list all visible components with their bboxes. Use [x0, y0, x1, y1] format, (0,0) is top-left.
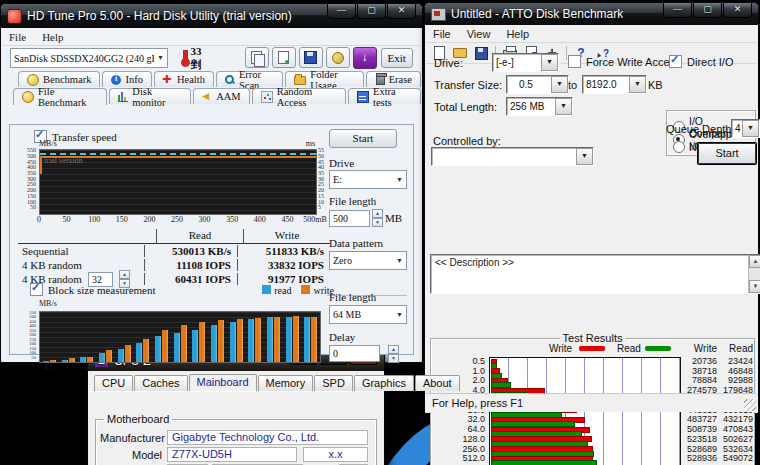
bar-group-64 — [171, 312, 190, 362]
bar-write-64 — [181, 325, 187, 363]
maximize-icon[interactable]: ▢ — [693, 3, 722, 18]
menu-help[interactable]: Help — [42, 31, 63, 43]
tab-spd[interactable]: SPD — [314, 375, 353, 391]
x-label-16: 16 — [132, 363, 151, 370]
bar-group-8192 — [301, 312, 320, 362]
write-value-0.5: 20736 — [679, 356, 717, 366]
col-read-header: Read — [156, 229, 243, 243]
bar-group-128 — [189, 312, 208, 362]
tab-benchmark[interactable]: Benchmark — [18, 71, 100, 87]
description-scrollbar[interactable]: ▲ ▼ — [748, 255, 760, 293]
atto-statusbar: For Help, press F1 — [426, 393, 757, 412]
start-button[interactable]: Start — [329, 129, 397, 148]
tab-mainboard[interactable]: Mainboard — [189, 374, 257, 391]
write-value-64.0: 508739 — [679, 424, 717, 434]
options-button[interactable] — [326, 47, 350, 68]
bar-write-2048 — [274, 317, 280, 362]
kb-label: KB — [648, 79, 663, 91]
tab-aam[interactable]: AAM — [193, 88, 250, 104]
menu-help[interactable]: Help — [506, 28, 529, 40]
y2-axis-unit: ms — [306, 139, 315, 148]
options-icon — [332, 52, 344, 64]
tab-extra-tests[interactable]: Extra tests — [348, 88, 421, 104]
start-button[interactable]: Start — [698, 143, 756, 164]
close-icon[interactable]: ✕ — [387, 4, 416, 19]
block-file-length-dropdown[interactable]: 64 MB ▼ — [329, 305, 407, 324]
bar-group-2 — [77, 312, 96, 362]
drive-label: Drive — [329, 157, 354, 169]
tab-about[interactable]: About — [415, 375, 460, 391]
transfer-from-dropdown[interactable]: 0.5 ▼ — [506, 75, 569, 94]
tab-disk-monitor[interactable]: Disk monitor — [109, 88, 191, 104]
drive-dropdown[interactable]: E: ▼ — [329, 170, 407, 189]
close-icon[interactable]: ✕ — [723, 3, 752, 18]
update-button[interactable]: ↓ — [353, 47, 377, 69]
info-icon — [111, 75, 121, 85]
save-button[interactable] — [472, 45, 490, 61]
read-value: 11108 IOPS — [144, 259, 237, 271]
scroll-down-icon[interactable]: ▼ — [749, 280, 760, 293]
delay-spinner[interactable]: ▲▼ — [388, 345, 399, 363]
drive-dropdown[interactable]: [-e-] ▼ — [492, 53, 559, 72]
block-size-checkbox[interactable] — [30, 283, 43, 296]
atto-window: Untitled - ATTO Disk Benchmark — ▢ ✕ Fil… — [424, 2, 759, 414]
resize-grip[interactable] — [744, 399, 756, 411]
drive-select[interactable]: SanDisk SDSSDX240GG2 (240 gB) ▼ — [10, 48, 168, 68]
spin-up-icon[interactable]: ▲ — [119, 270, 130, 279]
hdtune-titlebar[interactable]: HD Tune Pro 5.00 - Hard Disk Utility (tr… — [1, 4, 422, 28]
minimize-icon[interactable]: — — [327, 4, 356, 19]
bar-write-256 — [218, 320, 224, 362]
copy-screenshot-button[interactable] — [272, 47, 296, 68]
controlled-by-dropdown[interactable]: ▼ — [431, 147, 594, 166]
transfer-size-label: Transfer Size: — [434, 79, 502, 91]
menu-view[interactable]: View — [467, 28, 491, 40]
x-label-2: 2 — [76, 363, 95, 370]
scroll-up-icon[interactable]: ▲ — [749, 255, 760, 268]
bar-read-32 — [155, 336, 161, 362]
total-length-dropdown[interactable]: 256 MB ▼ — [506, 97, 573, 116]
menu-file[interactable]: File — [9, 31, 26, 43]
save-button[interactable] — [299, 47, 323, 68]
minimize-icon[interactable]: — — [663, 3, 692, 18]
atto-titlebar[interactable]: Untitled - ATTO Disk Benchmark — ▢ ✕ — [425, 3, 758, 25]
direct-io-checkbox-row[interactable]: Direct I/O — [669, 55, 733, 68]
description-box[interactable]: << Description >> ▲ ▼ — [430, 254, 760, 294]
x-label-1024: 1024 — [244, 363, 263, 370]
atto-window-controls: — ▢ ✕ — [662, 3, 752, 18]
exit-button[interactable]: Exit — [381, 48, 414, 68]
queue-depth-dropdown[interactable]: 4 ▼ — [731, 119, 760, 138]
x-tick-450: 450 — [281, 215, 293, 224]
menu-file[interactable]: File — [433, 28, 451, 40]
block-size-checkbox-row[interactable]: Block size measurement — [30, 283, 156, 296]
read-value-128.0: 502627 — [715, 434, 753, 444]
tab-cpu[interactable]: CPU — [94, 375, 133, 391]
tab-memory[interactable]: Memory — [258, 375, 314, 391]
x-label-8192: 8192 — [300, 363, 319, 370]
direct-io-checkbox[interactable] — [669, 55, 682, 68]
delay-input[interactable]: 0 — [329, 345, 380, 362]
tab-graphics[interactable]: Graphics — [354, 375, 414, 391]
tab-file-benchmark[interactable]: File Benchmark — [13, 88, 107, 105]
force-write-checkbox-row[interactable]: Force Write Access — [568, 55, 681, 68]
data-pattern-dropdown[interactable]: Zero ▼ — [329, 251, 407, 270]
bar-read-512 — [230, 322, 236, 362]
transfer-to-dropdown[interactable]: 8192.0 ▼ — [582, 75, 647, 94]
tab-error-scan[interactable]: Error Scan — [216, 71, 283, 87]
hdtune-menubar: FileHelp — [2, 28, 421, 46]
x-axis-ticks: 050100150200250300350400450500mB — [39, 215, 315, 225]
write-value-256.0: 528689 — [679, 444, 717, 454]
x-label-8: 8 — [114, 363, 133, 370]
tab-caches[interactable]: Caches — [134, 375, 187, 391]
force-write-checkbox[interactable] — [568, 55, 581, 68]
file-length-control: 500 ▲▼ MB — [329, 209, 402, 227]
maximize-icon[interactable]: ▢ — [357, 4, 386, 19]
copy-results-button[interactable] — [245, 47, 269, 68]
bulb-icon — [22, 91, 34, 103]
bar-group-0.5 — [40, 312, 59, 362]
file-length-input[interactable]: 500 — [329, 210, 370, 227]
tab-health[interactable]: Health — [154, 71, 214, 87]
radio-button[interactable] — [673, 141, 685, 153]
delay-label: Delay — [329, 331, 355, 343]
tab-random-access[interactable]: Random Access — [252, 88, 346, 104]
file-length-spinner[interactable]: ▲▼ — [372, 209, 383, 227]
